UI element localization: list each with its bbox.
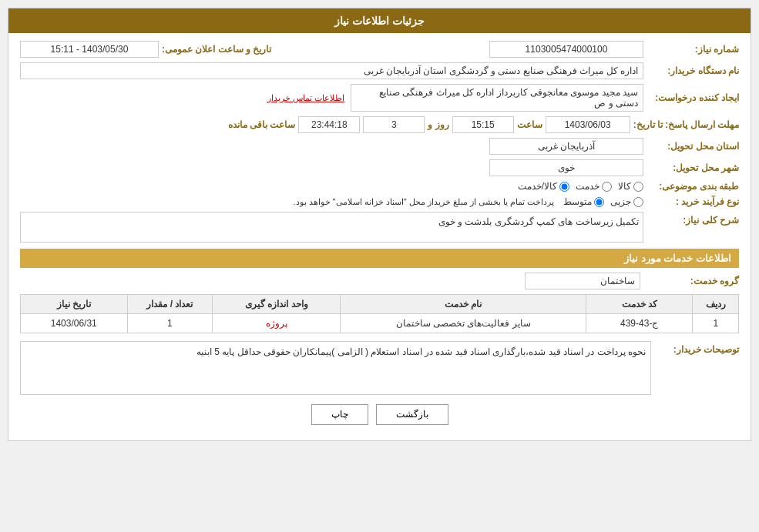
category-radio-group: کالا خدمت کالا/خدمت [518,181,643,192]
org-name-label: نام دستگاه خریدار: [646,65,739,76]
deadline-label: مهلت ارسال پاسخ: تا تاریخ: [633,119,739,130]
deadline-day-label: روز و [428,119,448,130]
city-row: شهر محل تحویل: خوی [20,159,739,176]
cell-unit: پروژه [213,314,341,333]
buyer-notes-label: توصیحات خریدار: [654,341,739,355]
page-title: جزئیات اطلاعات نیاز [8,8,751,33]
deadline-remaining-label: ساعت باقی مانده [228,119,296,130]
col-date: تاریخ نیاز [21,295,128,314]
province-row: استان محل تحویل: آذربایجان غربی [20,138,739,155]
creator-row: ایجاد کننده درخواست: سید مجید موسوی معان… [20,84,739,112]
back-button[interactable]: بازگشت [376,404,448,425]
purchase-jozii-radio[interactable] [633,197,643,207]
col-name: نام خدمت [341,295,586,314]
cell-code: ج-43-439 [586,314,692,333]
purchase-type-radio-group: جزیی متوسط [563,196,643,207]
col-unit: واحد اندازه گیری [213,295,341,314]
category-both-radio[interactable] [559,182,569,192]
category-service-label: خدمت [576,181,599,192]
org-name-row: نام دستگاه خریدار: اداره کل میراث فرهنگی… [20,62,739,79]
purchase-jozii-label: جزیی [610,196,631,207]
print-button[interactable]: چاپ [311,404,368,425]
category-both: کالا/خدمت [518,181,569,192]
main-container: جزئیات اطلاعات نیاز شماره نیاز: 11030054… [8,8,751,441]
creator-value: سید مجید موسوی معانجوقی کاربرداز اداره ک… [351,84,643,112]
deadline-time-label: ساعت [517,119,542,130]
table-header-row: ردیف کد خدمت نام خدمت واحد اندازه گیری ت… [21,295,739,314]
col-qty: تعداد / مقدار [127,295,213,314]
deadline-time: 15:15 [452,116,514,133]
purchase-note: پرداخت تمام یا بخشی از مبلغ خریداز محل "… [293,197,554,207]
creator-label: ایجاد کننده درخواست: [646,92,739,103]
creator-contact-link[interactable]: اطلاعات تماس خریدار [267,93,344,103]
purchase-motavasset-radio[interactable] [594,197,604,207]
category-label: طبقه بندی موضوعی: [646,181,739,192]
category-service: خدمت [576,181,612,192]
deadline-days: 3 [363,116,425,133]
buyer-notes-value: نحوه پرداخت در اسناد قید شده،بارگذاری اس… [20,341,651,395]
cell-name: سایر فعالیت‌های تخصصی ساختمان [341,314,586,333]
cell-row: 1 [693,314,739,333]
need-number-row: شماره نیاز: 1103005474000100 تاریخ و ساع… [20,41,739,58]
content-area: شماره نیاز: 1103005474000100 تاریخ و ساع… [8,33,751,440]
category-kala: کالا [618,181,643,192]
col-row: ردیف [693,295,739,314]
purchase-jozii: جزیی [610,196,643,207]
category-kala-label: کالا [618,181,631,192]
city-value: خوی [489,159,643,176]
table-row: 1 ج-43-439 سایر فعالیت‌های تخصصی ساختمان… [21,314,739,333]
category-row: طبقه بندی موضوعی: کالا خدمت کالا/خدمت [20,181,739,192]
city-label: شهر محل تحویل: [646,162,739,173]
org-name-value: اداره کل میراث فرهنگی صنایع دستی و گردشگ… [20,62,643,79]
group-value: ساختمان [525,273,640,289]
category-kala-radio[interactable] [633,182,643,192]
province-value: آذربایجان غربی [489,138,643,155]
services-table: ردیف کد خدمت نام خدمت واحد اندازه گیری ت… [20,294,739,333]
announce-label: تاریخ و ساعت اعلان عمومی: [162,44,271,55]
group-label: گروه خدمت: [646,276,739,286]
deadline-remaining: 23:44:18 [298,116,360,133]
purchase-type-label: نوع فرآیند خرید : [646,196,739,207]
cell-date: 1403/06/31 [21,314,128,333]
category-service-radio[interactable] [602,182,612,192]
category-both-label: کالا/خدمت [518,181,557,192]
purchase-motavasset: متوسط [563,196,604,207]
services-section-title: اطلاعات خدمات مورد نیاز [20,249,739,268]
page-wrapper: جزئیات اطلاعات نیاز شماره نیاز: 11030054… [0,0,759,532]
need-desc-value: تکمیل زیرساخت های کمپ گردشگری بلدشت و خو… [20,212,643,243]
purchase-type-row: نوع فرآیند خرید : جزیی متوسط پرداخت تمام… [20,196,739,207]
deadline-row: مهلت ارسال پاسخ: تا تاریخ: 1403/06/03 سا… [20,116,739,133]
need-desc-text: تکمیل زیرساخت های کمپ گردشگری بلدشت و خو… [438,216,639,227]
buyer-notes-text: نحوه پرداخت در اسناد قید شده،بارگذاری اس… [196,346,646,357]
announce-value: 1403/05/30 - 15:11 [20,41,159,58]
need-number-value: 1103005474000100 [489,41,643,58]
group-row: گروه خدمت: ساختمان [20,273,739,289]
col-code: کد خدمت [586,295,692,314]
buyer-notes-row: توصیحات خریدار: نحوه پرداخت در اسناد قید… [20,341,739,395]
province-label: استان محل تحویل: [646,141,739,152]
cell-qty: 1 [127,314,213,333]
deadline-date: 1403/06/03 [546,116,630,133]
need-number-label: شماره نیاز: [646,44,739,55]
buttons-row: بازگشت چاپ [20,404,739,425]
purchase-motavasset-label: متوسط [563,196,592,207]
need-desc-row: شرح کلی نیاز: تکمیل زیرساخت های کمپ گردش… [20,212,739,243]
need-desc-label: شرح کلی نیاز: [646,212,739,226]
